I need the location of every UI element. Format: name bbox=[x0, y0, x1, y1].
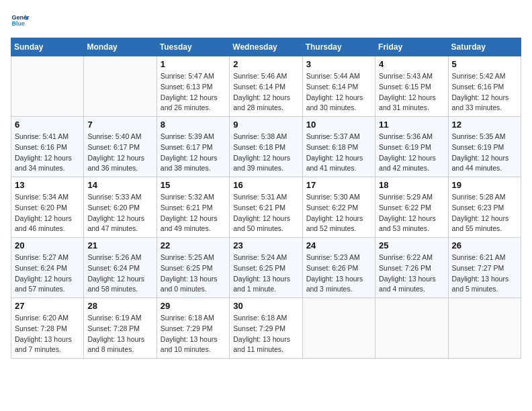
calendar-cell: 30Sunrise: 6:18 AM Sunset: 7:29 PM Dayli… bbox=[230, 298, 302, 359]
calendar-week-2: 6Sunrise: 5:41 AM Sunset: 6:16 PM Daylig… bbox=[11, 117, 521, 177]
day-info: Sunrise: 5:44 AM Sunset: 6:14 PM Dayligh… bbox=[306, 71, 371, 113]
day-number: 8 bbox=[161, 120, 226, 130]
calendar-cell: 28Sunrise: 6:19 AM Sunset: 7:28 PM Dayli… bbox=[84, 298, 157, 359]
day-info: Sunrise: 5:25 AM Sunset: 6:25 PM Dayligh… bbox=[161, 253, 226, 295]
day-header-sunday: Sunday bbox=[11, 38, 84, 56]
page-header: General Blue bbox=[11, 11, 521, 30]
day-number: 27 bbox=[15, 301, 80, 311]
day-header-friday: Friday bbox=[375, 38, 448, 56]
calendar-cell: 25Sunrise: 6:22 AM Sunset: 7:26 PM Dayli… bbox=[375, 238, 448, 298]
day-number: 4 bbox=[379, 59, 444, 69]
day-header-saturday: Saturday bbox=[448, 38, 521, 56]
calendar-cell: 26Sunrise: 6:21 AM Sunset: 7:27 PM Dayli… bbox=[448, 238, 521, 298]
day-number: 1 bbox=[161, 59, 226, 69]
calendar-cell bbox=[375, 298, 448, 359]
day-number: 11 bbox=[379, 120, 444, 130]
day-info: Sunrise: 5:26 AM Sunset: 6:24 PM Dayligh… bbox=[87, 253, 152, 295]
day-number: 26 bbox=[452, 240, 517, 250]
calendar-week-5: 27Sunrise: 6:20 AM Sunset: 7:28 PM Dayli… bbox=[11, 298, 521, 359]
calendar-cell: 21Sunrise: 5:26 AM Sunset: 6:24 PM Dayli… bbox=[84, 238, 157, 298]
day-number: 30 bbox=[233, 301, 298, 311]
calendar-week-1: 1Sunrise: 5:47 AM Sunset: 6:13 PM Daylig… bbox=[11, 56, 521, 117]
day-info: Sunrise: 6:22 AM Sunset: 7:26 PM Dayligh… bbox=[379, 253, 444, 295]
day-info: Sunrise: 5:39 AM Sunset: 6:17 PM Dayligh… bbox=[161, 132, 226, 174]
calendar-cell: 18Sunrise: 5:29 AM Sunset: 6:22 PM Dayli… bbox=[375, 177, 448, 238]
calendar-cell: 6Sunrise: 5:41 AM Sunset: 6:16 PM Daylig… bbox=[11, 117, 84, 177]
day-header-monday: Monday bbox=[84, 38, 157, 56]
day-number: 9 bbox=[233, 120, 298, 130]
day-info: Sunrise: 5:32 AM Sunset: 6:21 PM Dayligh… bbox=[161, 192, 226, 234]
day-info: Sunrise: 6:18 AM Sunset: 7:29 PM Dayligh… bbox=[161, 313, 226, 355]
calendar-cell: 10Sunrise: 5:37 AM Sunset: 6:18 PM Dayli… bbox=[302, 117, 375, 177]
day-header-thursday: Thursday bbox=[302, 38, 375, 56]
day-info: Sunrise: 5:23 AM Sunset: 6:26 PM Dayligh… bbox=[306, 253, 371, 295]
calendar-cell: 16Sunrise: 5:31 AM Sunset: 6:21 PM Dayli… bbox=[230, 177, 302, 238]
calendar-cell: 13Sunrise: 5:34 AM Sunset: 6:20 PM Dayli… bbox=[11, 177, 84, 238]
calendar-cell: 3Sunrise: 5:44 AM Sunset: 6:14 PM Daylig… bbox=[302, 56, 375, 117]
calendar-cell: 12Sunrise: 5:35 AM Sunset: 6:19 PM Dayli… bbox=[448, 117, 521, 177]
day-header-wednesday: Wednesday bbox=[230, 38, 302, 56]
calendar-cell: 11Sunrise: 5:36 AM Sunset: 6:19 PM Dayli… bbox=[375, 117, 448, 177]
calendar-cell: 15Sunrise: 5:32 AM Sunset: 6:21 PM Dayli… bbox=[157, 177, 229, 238]
calendar-cell: 8Sunrise: 5:39 AM Sunset: 6:17 PM Daylig… bbox=[157, 117, 229, 177]
day-info: Sunrise: 5:36 AM Sunset: 6:19 PM Dayligh… bbox=[379, 132, 444, 174]
calendar-cell: 20Sunrise: 5:27 AM Sunset: 6:24 PM Dayli… bbox=[11, 238, 84, 298]
day-info: Sunrise: 6:19 AM Sunset: 7:28 PM Dayligh… bbox=[87, 313, 152, 355]
day-info: Sunrise: 5:42 AM Sunset: 6:16 PM Dayligh… bbox=[452, 71, 517, 113]
logo-icon: General Blue bbox=[11, 11, 30, 30]
day-info: Sunrise: 5:43 AM Sunset: 6:15 PM Dayligh… bbox=[379, 71, 444, 113]
day-number: 20 bbox=[15, 240, 80, 250]
calendar-cell bbox=[448, 298, 521, 359]
svg-text:Blue: Blue bbox=[11, 20, 25, 27]
day-number: 19 bbox=[452, 180, 517, 190]
day-number: 14 bbox=[87, 180, 152, 190]
day-header-tuesday: Tuesday bbox=[157, 38, 229, 56]
day-number: 21 bbox=[87, 240, 152, 250]
day-number: 6 bbox=[15, 120, 80, 130]
day-info: Sunrise: 5:31 AM Sunset: 6:21 PM Dayligh… bbox=[233, 192, 298, 234]
day-info: Sunrise: 6:20 AM Sunset: 7:28 PM Dayligh… bbox=[15, 313, 80, 355]
calendar-cell: 1Sunrise: 5:47 AM Sunset: 6:13 PM Daylig… bbox=[157, 56, 229, 117]
day-info: Sunrise: 5:37 AM Sunset: 6:18 PM Dayligh… bbox=[306, 132, 371, 174]
days-header-row: SundayMondayTuesdayWednesdayThursdayFrid… bbox=[11, 38, 521, 56]
day-info: Sunrise: 5:30 AM Sunset: 6:22 PM Dayligh… bbox=[306, 192, 371, 234]
calendar-cell: 2Sunrise: 5:46 AM Sunset: 6:14 PM Daylig… bbox=[230, 56, 302, 117]
day-number: 3 bbox=[306, 59, 371, 69]
calendar-week-4: 20Sunrise: 5:27 AM Sunset: 6:24 PM Dayli… bbox=[11, 238, 521, 298]
day-number: 7 bbox=[87, 120, 152, 130]
day-number: 29 bbox=[161, 301, 226, 311]
day-info: Sunrise: 5:47 AM Sunset: 6:13 PM Dayligh… bbox=[161, 71, 226, 113]
calendar-week-3: 13Sunrise: 5:34 AM Sunset: 6:20 PM Dayli… bbox=[11, 177, 521, 238]
logo: General Blue bbox=[11, 11, 34, 30]
calendar-cell: 22Sunrise: 5:25 AM Sunset: 6:25 PM Dayli… bbox=[157, 238, 229, 298]
day-info: Sunrise: 5:38 AM Sunset: 6:18 PM Dayligh… bbox=[233, 132, 298, 174]
day-number: 25 bbox=[379, 240, 444, 250]
calendar-cell: 27Sunrise: 6:20 AM Sunset: 7:28 PM Dayli… bbox=[11, 298, 84, 359]
day-number: 17 bbox=[306, 180, 371, 190]
day-info: Sunrise: 5:24 AM Sunset: 6:25 PM Dayligh… bbox=[233, 253, 298, 295]
day-number: 10 bbox=[306, 120, 371, 130]
day-number: 2 bbox=[233, 59, 298, 69]
calendar-cell: 5Sunrise: 5:42 AM Sunset: 6:16 PM Daylig… bbox=[448, 56, 521, 117]
day-number: 18 bbox=[379, 180, 444, 190]
day-number: 23 bbox=[233, 240, 298, 250]
day-number: 16 bbox=[233, 180, 298, 190]
day-info: Sunrise: 5:46 AM Sunset: 6:14 PM Dayligh… bbox=[233, 71, 298, 113]
day-number: 12 bbox=[452, 120, 517, 130]
calendar-table: SundayMondayTuesdayWednesdayThursdayFrid… bbox=[11, 38, 521, 359]
day-info: Sunrise: 5:40 AM Sunset: 6:17 PM Dayligh… bbox=[87, 132, 152, 174]
calendar-cell: 19Sunrise: 5:28 AM Sunset: 6:23 PM Dayli… bbox=[448, 177, 521, 238]
day-number: 28 bbox=[87, 301, 152, 311]
day-info: Sunrise: 6:21 AM Sunset: 7:27 PM Dayligh… bbox=[452, 253, 517, 295]
day-info: Sunrise: 6:18 AM Sunset: 7:29 PM Dayligh… bbox=[233, 313, 298, 355]
day-number: 5 bbox=[452, 59, 517, 69]
day-info: Sunrise: 5:27 AM Sunset: 6:24 PM Dayligh… bbox=[15, 253, 80, 295]
calendar-cell: 7Sunrise: 5:40 AM Sunset: 6:17 PM Daylig… bbox=[84, 117, 157, 177]
calendar-cell: 9Sunrise: 5:38 AM Sunset: 6:18 PM Daylig… bbox=[230, 117, 302, 177]
day-number: 13 bbox=[15, 180, 80, 190]
calendar-cell: 29Sunrise: 6:18 AM Sunset: 7:29 PM Dayli… bbox=[157, 298, 229, 359]
day-info: Sunrise: 5:35 AM Sunset: 6:19 PM Dayligh… bbox=[452, 132, 517, 174]
day-info: Sunrise: 5:41 AM Sunset: 6:16 PM Dayligh… bbox=[15, 132, 80, 174]
calendar-cell bbox=[11, 56, 84, 117]
day-info: Sunrise: 5:33 AM Sunset: 6:20 PM Dayligh… bbox=[87, 192, 152, 234]
